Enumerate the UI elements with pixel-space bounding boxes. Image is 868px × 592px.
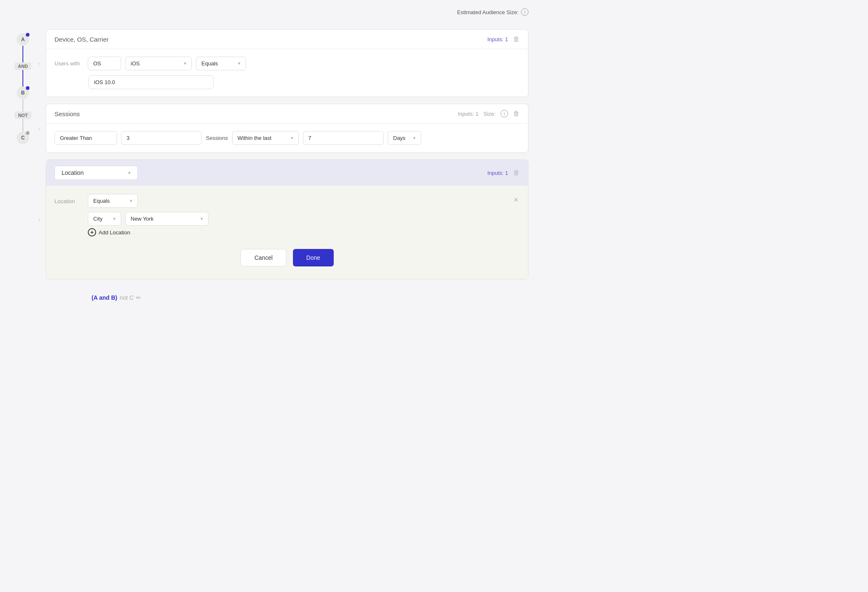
card-c-equals-chevron: ▾: [130, 198, 132, 204]
card-b-delete-icon[interactable]: 🗑: [513, 110, 520, 117]
card-b: Sessions Inputs: 1 Size: i 🗑 Greater Tha…: [46, 104, 528, 153]
card-a-body: Users with OS iOS ▾ Equals ▾: [46, 49, 528, 97]
node-a-dot: [26, 33, 30, 37]
card-c-body: Location Equals ▾: [46, 186, 528, 279]
card-a-ios-select[interactable]: iOS ▾: [125, 57, 192, 70]
card-a-filter-row: Users with OS iOS ▾ Equals ▾: [55, 57, 520, 70]
card-a-os-select[interactable]: OS: [88, 57, 121, 70]
card-c-newyork-chevron: ▾: [201, 216, 203, 221]
action-buttons: Cancel Done: [55, 249, 520, 266]
card-c-filter-label: Location: [55, 194, 84, 204]
card-a-title: Device, OS, Carrier: [55, 36, 109, 43]
and-badge: AND: [15, 62, 31, 70]
card-c-inputs-area: Equals ▾ City ▾: [88, 194, 208, 226]
card-b-wrap: ‹ Sessions Inputs: 1 Size: i 🗑: [46, 104, 528, 153]
card-c-newyork-select[interactable]: New York ▾: [125, 212, 208, 226]
card-a-actions: Inputs: 1 🗑: [487, 35, 520, 43]
card-a-version-row: [89, 75, 520, 89]
card-c-equals-row: Equals ▾: [88, 194, 208, 208]
node-c-dot: [26, 131, 30, 135]
card-c: Location ▾ Inputs: 1 🗑 Location: [46, 159, 528, 279]
card-b-days-number-input[interactable]: [303, 131, 384, 145]
formula-ab-part: (A and B): [92, 294, 117, 301]
card-b-chevron[interactable]: ‹: [38, 125, 40, 132]
card-a-filter-label: Users with: [55, 60, 84, 67]
card-a-version-input[interactable]: [89, 75, 213, 89]
formula-rest-part: not C: [120, 294, 134, 301]
card-b-days-chevron: ▾: [413, 135, 416, 141]
card-a-equals-select[interactable]: Equals ▾: [196, 57, 246, 70]
add-location-button[interactable]: + Add Location: [88, 228, 520, 236]
timeline-node-c: C: [17, 132, 29, 144]
card-c-header: Location ▾ Inputs: 1 🗑: [46, 160, 528, 186]
card-c-city-chevron: ▾: [113, 216, 116, 221]
card-c-actions: Inputs: 1 🗑: [487, 169, 520, 177]
card-c-inputs: Inputs: 1: [487, 170, 508, 176]
card-a-wrap: ‹ Device, OS, Carrier Inputs: 1 🗑 Users …: [46, 29, 528, 97]
card-a: Device, OS, Carrier Inputs: 1 🗑 Users wi…: [46, 29, 528, 97]
not-badge: NOT: [15, 112, 31, 119]
formula-edit-icon[interactable]: ✏: [136, 294, 141, 301]
card-b-within-chevron: ▾: [291, 135, 293, 141]
node-b: B: [17, 87, 29, 99]
line-and-b: [22, 70, 23, 87]
card-a-chevron[interactable]: ‹: [38, 60, 40, 67]
card-c-close-icon[interactable]: ×: [512, 194, 520, 206]
card-b-size-label: Size:: [484, 111, 496, 117]
content-column: ‹ Device, OS, Carrier Inputs: 1 🗑 Users …: [46, 8, 528, 366]
card-c-equals-select[interactable]: Equals ▾: [88, 194, 138, 208]
card-b-title: Sessions: [55, 110, 80, 117]
card-c-delete-icon[interactable]: 🗑: [513, 169, 520, 177]
card-b-condition-select[interactable]: Greater Than: [55, 131, 117, 145]
timeline-node-b: B: [17, 87, 29, 99]
card-b-days-select[interactable]: Days ▾: [388, 131, 421, 145]
line-a-and: [22, 46, 23, 62]
card-c-city-select[interactable]: City ▾: [88, 212, 121, 226]
card-a-inputs: Inputs: 1: [487, 36, 508, 42]
card-a-header: Device, OS, Carrier Inputs: 1 🗑: [46, 30, 528, 49]
cancel-button[interactable]: Cancel: [241, 249, 286, 266]
card-b-sessions-text: Sessions: [206, 135, 228, 141]
card-b-number-input[interactable]: [121, 131, 202, 145]
card-c-location-dropdown[interactable]: Location ▾: [55, 166, 138, 180]
card-c-city-row: City ▾ New York ▾: [88, 212, 208, 226]
timeline-node-a: A: [17, 33, 29, 46]
card-b-header: Sessions Inputs: 1 Size: i 🗑: [46, 104, 528, 124]
card-a-ios-chevron: ▾: [184, 61, 186, 66]
card-c-dropdown-chevron: ▾: [128, 170, 131, 176]
line-not-c: [22, 119, 23, 132]
node-b-dot: [26, 86, 30, 90]
card-a-delete-icon[interactable]: 🗑: [513, 35, 520, 43]
card-b-within-select[interactable]: Within the last ▾: [232, 131, 299, 145]
formula-area: (A and B) not C ✏: [92, 286, 516, 309]
add-circle-icon: +: [88, 228, 96, 236]
card-b-body: Greater Than Sessions Within the last ▾ …: [46, 124, 528, 152]
card-c-wrap: ‹ Location ▾ Inputs: 1 🗑: [46, 159, 528, 279]
card-c-filter-row: Location Equals ▾: [55, 194, 520, 226]
card-a-equals-chevron: ▾: [238, 61, 241, 66]
card-b-actions: Inputs: 1 Size: i 🗑: [458, 110, 520, 117]
line-b-not: [22, 99, 23, 112]
card-c-chevron[interactable]: ‹: [38, 216, 40, 223]
done-button[interactable]: Done: [293, 249, 333, 266]
card-b-inputs: Inputs: 1: [458, 111, 479, 117]
card-b-sessions-row: Greater Than Sessions Within the last ▾ …: [55, 131, 520, 145]
node-c: C: [17, 132, 29, 144]
card-b-size-info-icon[interactable]: i: [501, 110, 508, 117]
node-a: A: [17, 33, 29, 46]
